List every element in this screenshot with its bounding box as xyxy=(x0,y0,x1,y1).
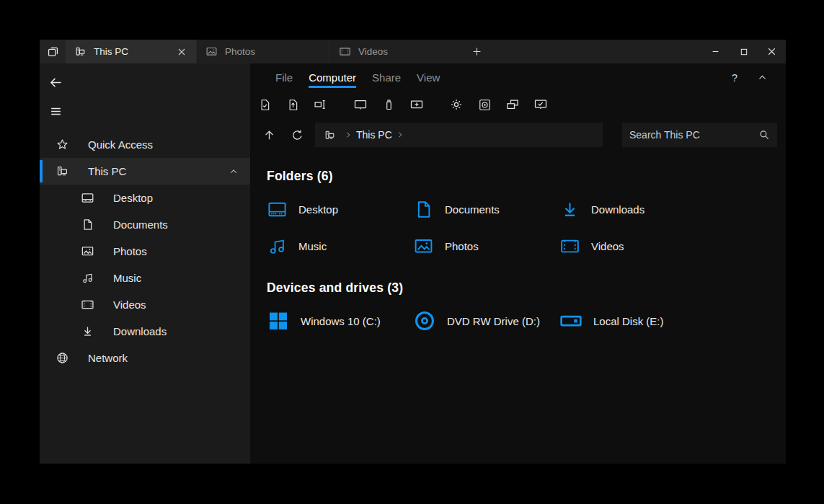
document-icon xyxy=(413,199,434,220)
tile-label: Photos xyxy=(445,240,479,252)
help-button[interactable]: ? xyxy=(721,71,748,84)
back-button[interactable] xyxy=(43,71,68,94)
sidebar-item-label: Videos xyxy=(113,299,146,311)
menu-share[interactable]: Share xyxy=(364,63,409,91)
sidebar-item-label: Music xyxy=(113,272,141,284)
tab-label: Videos xyxy=(358,46,454,57)
tab-close-icon[interactable] xyxy=(176,46,187,58)
menu-computer[interactable]: Computer xyxy=(301,63,364,91)
portable-device-button[interactable] xyxy=(378,94,399,115)
drive-tile-windows-c[interactable]: Windows 10 (C:) xyxy=(267,308,413,334)
folder-tile-desktop[interactable]: Desktop xyxy=(267,196,413,222)
search-icon[interactable] xyxy=(758,129,770,141)
downloads-icon xyxy=(81,324,94,338)
folder-tile-music[interactable]: Music xyxy=(267,233,413,259)
autoplay-button[interactable] xyxy=(474,94,495,115)
tile-label: Documents xyxy=(445,203,500,216)
sidebar-item-this-pc[interactable]: This PC xyxy=(40,158,250,185)
maximize-icon xyxy=(738,46,750,58)
menu-button[interactable] xyxy=(43,100,68,123)
tab-photos[interactable]: Photos xyxy=(196,40,329,63)
this-pc-icon xyxy=(56,164,69,178)
document-open-icon xyxy=(286,98,300,112)
chevron-right-icon[interactable] xyxy=(396,131,404,139)
minimize-icon xyxy=(709,45,722,58)
gear-icon xyxy=(449,97,464,112)
search-placeholder: Search This PC xyxy=(629,129,758,141)
drives-grid: Windows 10 (C:) DVD RW Drive (D:) Local … xyxy=(267,308,786,334)
videos-icon xyxy=(81,298,94,311)
sidebar-item-label: Network xyxy=(88,352,128,364)
dvd-disc-icon xyxy=(413,309,436,332)
tab-label: This PC xyxy=(94,46,170,57)
ribbon-toolbar xyxy=(250,91,786,118)
desktop-icon xyxy=(267,199,288,220)
hard-disk-icon xyxy=(559,309,582,332)
address-bar[interactable]: This PC xyxy=(315,123,603,147)
collapse-ribbon-button[interactable] xyxy=(748,72,776,83)
access-media-button[interactable] xyxy=(350,94,371,115)
navigation-pane: Quick Access This PC Desktop Documents xyxy=(40,63,250,464)
folder-tile-photos[interactable]: Photos xyxy=(413,233,559,259)
videos-icon xyxy=(559,236,580,257)
this-pc-icon xyxy=(74,45,87,58)
photos-icon xyxy=(81,244,94,258)
sidebar-item-photos[interactable]: Photos xyxy=(40,238,250,265)
sidebar-item-videos[interactable]: Videos xyxy=(40,291,250,318)
section-title-folders: Folders (6) xyxy=(267,169,786,184)
sidebar-item-music[interactable]: Music xyxy=(40,265,250,291)
sidebar-item-documents[interactable]: Documents xyxy=(40,211,250,238)
videos-icon xyxy=(339,45,351,58)
sidebar-item-network[interactable]: Network xyxy=(40,345,250,371)
drive-tile-dvd-d[interactable]: DVD RW Drive (D:) xyxy=(413,308,559,334)
search-box[interactable]: Search This PC xyxy=(622,123,777,147)
tab-label: Photos xyxy=(225,46,321,57)
this-pc-icon xyxy=(324,129,336,141)
chevron-up-icon[interactable] xyxy=(229,167,239,177)
refresh-button[interactable] xyxy=(287,125,307,145)
tile-label: Downloads xyxy=(591,203,644,216)
sidebar-item-label: Quick Access xyxy=(88,138,153,151)
sidebar-item-downloads[interactable]: Downloads xyxy=(40,318,250,345)
menu-file[interactable]: File xyxy=(267,63,301,91)
add-network-location-button[interactable] xyxy=(407,94,427,115)
new-tab-button[interactable] xyxy=(463,40,490,63)
portable-device-icon xyxy=(382,98,396,112)
menu-view[interactable]: View xyxy=(409,63,448,91)
folder-tile-documents[interactable]: Documents xyxy=(413,196,559,222)
open-settings-button[interactable] xyxy=(446,94,466,115)
folders-grid: Desktop Documents Downloads Music xyxy=(267,196,786,259)
up-button[interactable] xyxy=(259,125,279,145)
chevron-right-icon[interactable] xyxy=(344,131,353,139)
photos-icon xyxy=(413,236,434,257)
tab-this-pc[interactable]: This PC xyxy=(66,40,196,63)
rename-button[interactable] xyxy=(311,94,331,115)
sidebar-item-label: Desktop xyxy=(113,192,153,204)
folder-tile-downloads[interactable]: Downloads xyxy=(559,196,706,222)
system-properties-button[interactable] xyxy=(502,94,523,115)
up-arrow-icon xyxy=(262,128,276,142)
manage-button[interactable] xyxy=(531,94,551,115)
windows-logo-icon xyxy=(267,309,290,332)
tab-overview-button[interactable] xyxy=(40,40,66,63)
plus-icon xyxy=(471,45,483,58)
drive-tile-local-e[interactable]: Local Disk (E:) xyxy=(559,308,706,334)
sidebar-item-desktop[interactable]: Desktop xyxy=(40,185,250,211)
sidebar-item-label: Photos xyxy=(113,245,147,257)
photos-icon xyxy=(205,45,218,58)
close-icon xyxy=(766,45,778,58)
minimize-button[interactable] xyxy=(701,40,730,63)
dual-monitors-icon xyxy=(505,97,520,112)
desktop-background: This PC Photos Videos xyxy=(0,0,824,504)
breadcrumb-this-pc[interactable]: This PC xyxy=(356,129,392,141)
tile-label: Windows 10 (C:) xyxy=(301,315,381,327)
window-sets-icon xyxy=(46,45,60,58)
tab-videos[interactable]: Videos xyxy=(329,40,463,63)
sidebar-item-quick-access[interactable]: Quick Access xyxy=(40,131,250,158)
folder-tile-videos[interactable]: Videos xyxy=(559,233,706,259)
maximize-button[interactable] xyxy=(730,40,758,63)
open-button[interactable] xyxy=(283,94,303,115)
properties-button[interactable] xyxy=(254,94,275,115)
refresh-icon xyxy=(291,128,304,142)
close-button[interactable] xyxy=(758,40,786,63)
